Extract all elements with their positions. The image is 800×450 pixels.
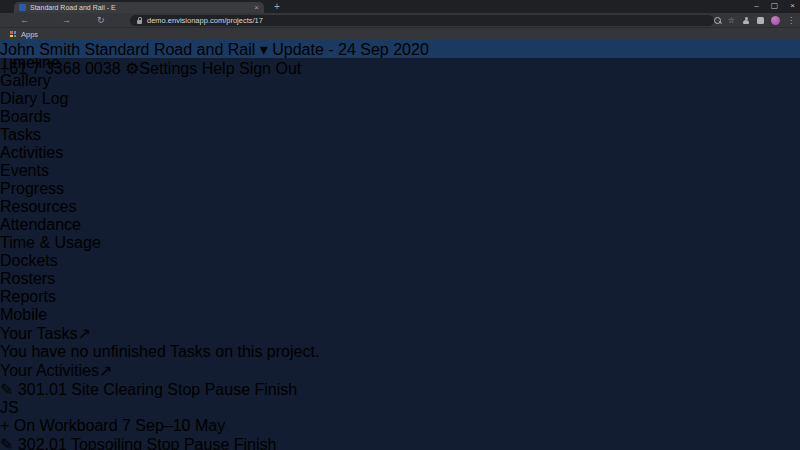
finish-button[interactable]: Finish — [255, 381, 298, 398]
assignee-initials: JS — [0, 399, 19, 416]
sidebar-item-attendance[interactable]: Attendance — [0, 216, 800, 234]
bookmark-star-icon[interactable]: ☆ — [728, 17, 735, 25]
sidebar-item-rosters[interactable]: Rosters — [0, 270, 800, 288]
activity-actions: Stop Pause Finish — [147, 436, 277, 450]
browser-avatar[interactable] — [771, 16, 780, 25]
apps-bookmark[interactable]: Apps — [21, 30, 38, 39]
reload-icon[interactable]: ↻ — [97, 14, 105, 27]
tab-close-icon[interactable]: × — [254, 4, 259, 12]
tasks-empty-message: You have no unfinished Tasks on this pro… — [0, 343, 800, 361]
settings-link[interactable]: ⚙Settings — [125, 60, 197, 77]
activity-link[interactable]: Topsoiling — [71, 436, 142, 450]
your-tasks-heading: Your Tasks↗ — [0, 324, 800, 343]
forward-icon[interactable]: → — [62, 14, 71, 27]
new-tab-button[interactable]: + — [274, 1, 280, 12]
stop-button[interactable]: Stop — [167, 381, 200, 398]
sidebar-item-reports[interactable]: Reports — [0, 288, 800, 306]
activity-row: ✎ 301.01 Site Clearing Stop Pause Finish… — [0, 380, 800, 435]
edit-icon[interactable]: ✎ — [0, 436, 13, 450]
sidebar-item-time-usage[interactable]: Time & Usage — [0, 234, 800, 252]
search-icon[interactable] — [714, 17, 721, 24]
edit-icon[interactable]: ✎ — [0, 381, 13, 398]
window-controls: – ▢ × — [754, 0, 795, 12]
window-maximize-icon[interactable]: ▢ — [771, 0, 779, 12]
browser-tab-strip: Standard Road and Rail - E × + – ▢ × — [0, 0, 800, 13]
sidebar-item-activities[interactable]: Activities — [0, 144, 800, 162]
topbar-right: +61 7 3368 0038 ⚙Settings Help Sign Out — [0, 59, 800, 78]
apps-grid-icon[interactable] — [10, 31, 16, 37]
sign-out-link[interactable]: Sign Out — [239, 60, 301, 77]
tab-title: Standard Road and Rail - E — [30, 4, 250, 11]
browser-window: Standard Road and Rail - E × + – ▢ × ← →… — [0, 0, 800, 450]
activity-actions: Stop Pause Finish — [167, 381, 297, 398]
finish-button[interactable]: Finish — [234, 436, 277, 450]
browser-toolbar: ← → ↻ demo.envisionapp.com/projects/17 ☆… — [0, 13, 800, 28]
back-icon[interactable]: ← — [20, 14, 29, 27]
stop-button[interactable]: Stop — [147, 436, 180, 450]
gear-icon: ⚙ — [125, 60, 139, 77]
site-favicon-icon — [19, 4, 26, 11]
activity-code-badge: 302.01 — [18, 436, 67, 450]
export-icon[interactable]: ↗ — [99, 362, 112, 379]
profile-icon[interactable] — [742, 17, 750, 25]
menu-dots-icon[interactable]: ⋮ — [787, 17, 795, 25]
sidebar-item-progress[interactable]: Progress — [0, 180, 800, 198]
app-top-bar: John Smith Standard Road and Rail ▾ Upda… — [0, 40, 800, 58]
export-icon[interactable]: ↗ — [77, 325, 90, 342]
sidebar-item-mobile[interactable]: Mobile — [0, 306, 800, 324]
on-workboard-button[interactable]: + On Workboard — [0, 417, 118, 434]
project-switcher[interactable]: Standard Road and Rail — [85, 41, 256, 58]
app-logo-area — [0, 40, 90, 58]
update-banner[interactable]: Update - 24 Sep 2020 — [272, 41, 429, 58]
toolbar-icons: ☆ ⋮ — [714, 13, 795, 28]
support-phone: +61 7 3368 0038 — [0, 60, 121, 77]
sidebar-item-tasks[interactable]: Tasks — [0, 126, 800, 144]
page-url: demo.envisionapp.com/projects/17 — [147, 16, 263, 25]
your-activities-heading: Your Activities↗ — [0, 361, 800, 380]
activity-dates: 7 Sep–10 May — [122, 417, 225, 434]
sidebar-item-events[interactable]: Events — [0, 162, 800, 180]
browser-tab[interactable]: Standard Road and Rail - E × — [14, 2, 264, 13]
activity-link[interactable]: Site Clearing — [71, 381, 163, 398]
activity-code-badge: 301.01 — [18, 381, 67, 398]
bookmarks-bar: Apps — [0, 28, 800, 40]
sidebar-item-boards[interactable]: Boards — [0, 108, 800, 126]
lock-icon — [137, 20, 142, 24]
sidebar-item-dockets[interactable]: Dockets — [0, 252, 800, 270]
activity-row: ✎ 302.01 Topsoiling Stop Pause Finish JS… — [0, 435, 800, 450]
sidebar-item-resources[interactable]: Resources — [0, 198, 800, 216]
chevron-down-icon[interactable]: ▾ — [260, 41, 268, 58]
pause-button[interactable]: Pause — [184, 436, 229, 450]
extensions-icon[interactable] — [757, 17, 764, 24]
pause-button[interactable]: Pause — [205, 381, 250, 398]
address-bar[interactable]: demo.envisionapp.com/projects/17 — [130, 15, 714, 26]
sidebar-item-diary-log[interactable]: Diary Log — [0, 90, 800, 108]
help-link[interactable]: Help — [202, 60, 235, 77]
window-minimize-icon[interactable]: – — [754, 0, 758, 12]
window-close-icon[interactable]: × — [790, 0, 795, 12]
